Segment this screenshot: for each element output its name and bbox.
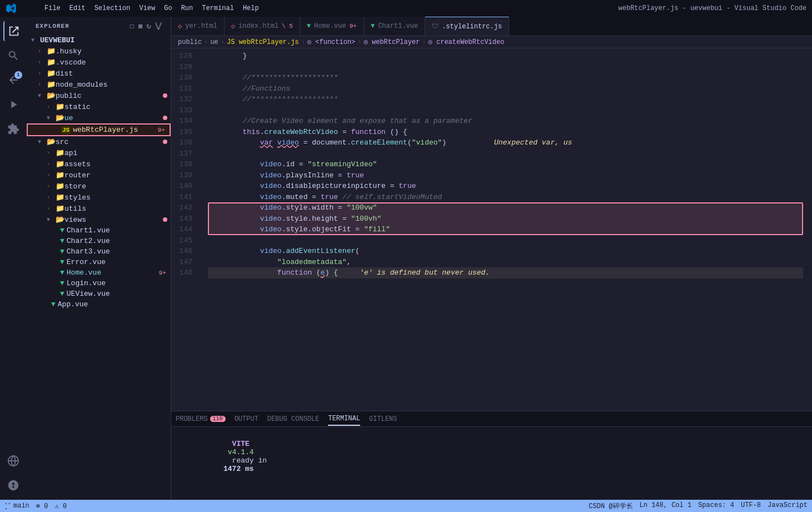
tree-app-vue[interactable]: ▼ App.vue: [27, 299, 171, 310]
vue-tab-icon: ▼: [307, 22, 311, 30]
folder-label: static: [64, 103, 171, 111]
tree-home-vue[interactable]: ▼ Home.vue 9+: [27, 267, 171, 278]
folder-arrow: ▼: [38, 139, 47, 145]
panel-tab-label: TERMINAL: [328, 415, 360, 422]
tree-node-modules[interactable]: › 📁 node_modules: [27, 79, 171, 90]
tree-router[interactable]: › 📁 router: [27, 170, 171, 181]
tree-utils[interactable]: › 📁 utils: [27, 203, 171, 214]
new-folder-icon[interactable]: ◼: [138, 21, 143, 31]
folder-label: store: [64, 182, 171, 191]
tree-vscode[interactable]: › 📁 .vscode: [27, 57, 171, 68]
panel-tab-gitlens[interactable]: GITLENS: [369, 413, 397, 425]
folder-label: .vscode: [56, 58, 171, 67]
panel-tab-output[interactable]: OUTPUT: [235, 413, 258, 425]
refresh-icon[interactable]: ↻: [147, 21, 152, 31]
status-errors[interactable]: ⊗ 0: [36, 502, 48, 510]
tabs-bar: ◇ yer.html ◇ index.html \ 5 ▼ Home.vue 9…: [171, 17, 812, 36]
tree-chart3-vue[interactable]: ▼ Chart3.vue: [27, 246, 171, 257]
menu-bar: File Edit Selection View Go Run Terminal…: [44, 4, 259, 12]
tree-ueview-vue[interactable]: ▼ UEView.vue: [27, 289, 171, 299]
code-line-141: video.muted = true // self.startVideoMut…: [208, 192, 803, 203]
tree-login-vue[interactable]: ▼ Login.vue: [27, 278, 171, 289]
activity-run-debug[interactable]: [3, 95, 23, 115]
vue-file-icon: ▼: [51, 300, 56, 309]
menu-help[interactable]: Help: [243, 4, 259, 12]
tree-store[interactable]: › 📁 store: [27, 181, 171, 192]
status-warnings[interactable]: ⚠ 0: [54, 502, 67, 510]
status-encoding[interactable]: UTF-8: [741, 501, 761, 511]
folder-arrow: ›: [47, 195, 56, 201]
code-line-143: video.style.height = "100vh": [208, 213, 803, 225]
tree-public[interactable]: ▼ 📂 public: [27, 90, 171, 101]
menu-selection[interactable]: Selection: [94, 4, 131, 12]
tree-dist[interactable]: › 📁 dist: [27, 68, 171, 79]
status-spaces[interactable]: Spaces: 4: [698, 501, 734, 511]
tree-webrtcplayer-js[interactable]: JS webRtcPlayer.js 9+: [27, 123, 171, 136]
tree-chart2-vue[interactable]: ▼ Chart2.vue: [27, 236, 171, 246]
breadcrumb: public › ue › JS webRtcPlayer.js › ◎ <fu…: [171, 36, 812, 48]
tree-styles[interactable]: › 📁 styles: [27, 192, 171, 203]
folder-icon: 📂: [56, 215, 64, 224]
activity-extensions[interactable]: [3, 119, 23, 139]
breadcrumb-public: public: [178, 38, 202, 46]
folder-label: api: [64, 149, 171, 157]
tree-ue[interactable]: ▼ 📂 ue: [27, 112, 171, 123]
terminal-content[interactable]: VITE v4.1.4 ready in 1472 ms → Local: ht…: [171, 427, 812, 500]
file-label: Chart1.vue: [67, 226, 171, 235]
menu-edit[interactable]: Edit: [69, 4, 86, 12]
folder-label: src: [56, 138, 163, 146]
menu-view[interactable]: View: [139, 4, 155, 12]
main-layout: 1 EXPLORER ◻ ◼ ↻ ⋁: [0, 17, 812, 500]
folder-arrow: ›: [47, 183, 56, 190]
folder-icon: 📂: [47, 137, 56, 146]
panel-tab-problems[interactable]: PROBLEMS 110: [176, 413, 226, 425]
folder-arrow: ›: [38, 48, 47, 54]
tree-api[interactable]: › 📁 api: [27, 147, 171, 158]
activity-source-control[interactable]: 1: [3, 70, 23, 90]
collapse-icon[interactable]: ⋁: [155, 21, 162, 31]
status-position[interactable]: Ln 148, Col 1: [640, 501, 692, 511]
menu-go[interactable]: Go: [164, 4, 172, 12]
panel-tab-debug-console[interactable]: DEBUG CONSOLE: [267, 413, 320, 425]
tree-src[interactable]: ▼ 📂 src: [27, 136, 171, 147]
menu-run[interactable]: Run: [181, 4, 193, 12]
activity-explorer[interactable]: [3, 21, 23, 41]
vue-file-icon: ▼: [60, 237, 64, 245]
new-file-icon[interactable]: ◻: [129, 21, 134, 31]
folder-arrow: ›: [38, 71, 47, 77]
folder-label: styles: [64, 193, 171, 202]
tab-home-vue[interactable]: ▼ Home.vue 9+: [300, 17, 364, 36]
tree-static[interactable]: › 📁 static: [27, 101, 171, 112]
code-content[interactable]: } //******************** //Functions //*…: [199, 48, 812, 411]
tree-husky[interactable]: › 📁 .husky: [27, 46, 171, 57]
menu-file[interactable]: File: [44, 4, 61, 12]
vite-ready: ready in: [223, 456, 271, 465]
activity-remote[interactable]: [3, 451, 23, 471]
tree-error-vue[interactable]: ▼ Error.vue: [27, 257, 171, 267]
file-tree: ▼ UEVWEBUI › 📁 .husky › 📁 .vscode › 📁 di…: [27, 35, 171, 500]
status-git-branch[interactable]: main: [4, 502, 29, 510]
tab-index-html[interactable]: ◇ index.html \ 5: [225, 17, 300, 36]
tab-chart1-vue[interactable]: ▼ Chart1.vue: [364, 17, 425, 36]
code-editor[interactable]: 1281291301311321331341351361371381391401…: [171, 48, 812, 411]
tab-yer-html[interactable]: ◇ yer.html: [171, 17, 225, 36]
folder-label: ue: [64, 114, 163, 122]
folder-icon: 📁: [56, 171, 64, 180]
tab-stylelintrc[interactable]: 🛡 .stylelintrc.js: [425, 17, 509, 36]
activity-search[interactable]: [3, 46, 23, 66]
tree-root-folder[interactable]: ▼ UEVWEBUI: [27, 35, 171, 46]
tree-views[interactable]: ▼ 📂 views: [27, 214, 171, 225]
menu-terminal[interactable]: Terminal: [202, 4, 234, 12]
file-label: Error.vue: [67, 258, 171, 266]
panel-tab-terminal[interactable]: TERMINAL: [328, 412, 360, 426]
folder-arrow: ›: [47, 161, 56, 167]
code-line-133: [208, 105, 803, 116]
folder-label: node_modules: [56, 81, 171, 89]
code-line-144: video.style.objectFit = "fill": [208, 224, 803, 235]
status-language[interactable]: JavaScript: [768, 501, 808, 511]
tree-chart1-vue[interactable]: ▼ Chart1.vue: [27, 225, 171, 236]
activity-account[interactable]: [3, 475, 23, 495]
sidebar-header: EXPLORER ◻ ◼ ↻ ⋁: [27, 17, 171, 35]
tree-assets[interactable]: › 📁 assets: [27, 158, 171, 170]
root-folder-label: UEVWEBUI: [40, 36, 171, 44]
